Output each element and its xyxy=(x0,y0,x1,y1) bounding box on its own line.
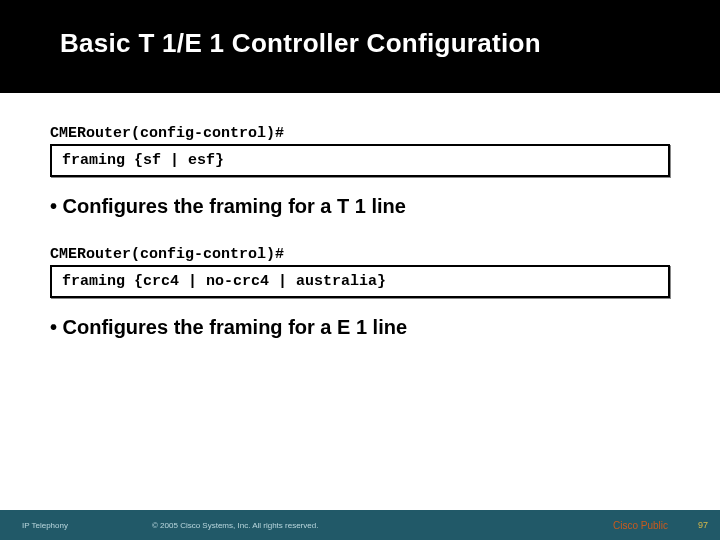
code-text-1: framing {sf | esf} xyxy=(62,152,224,169)
slide: Basic T 1/E 1 Controller Configuration C… xyxy=(0,0,720,540)
top-accent xyxy=(652,0,720,36)
cli-prompt-2: CMERouter(config-control)# xyxy=(50,246,670,263)
footer-right: Cisco Public xyxy=(613,520,698,531)
page-number: 97 xyxy=(698,520,708,530)
slide-title: Basic T 1/E 1 Controller Configuration xyxy=(0,0,720,93)
code-text-2: framing {crc4 | no-crc4 | australia} xyxy=(62,273,386,290)
footer-left: IP Telephony xyxy=(22,521,152,530)
bullet-2: • Configures the framing for a E 1 line xyxy=(50,316,670,339)
cli-prompt-1: CMERouter(config-control)# xyxy=(50,125,670,142)
content-area: CMERouter(config-control)# framing {sf |… xyxy=(0,93,720,339)
footer-copyright: © 2005 Cisco Systems, Inc. All rights re… xyxy=(152,521,613,530)
code-box-2: framing {crc4 | no-crc4 | australia} xyxy=(50,265,670,298)
footer-bar: IP Telephony © 2005 Cisco Systems, Inc. … xyxy=(0,510,720,540)
code-box-1: framing {sf | esf} xyxy=(50,144,670,177)
bullet-1: • Configures the framing for a T 1 line xyxy=(50,195,670,218)
